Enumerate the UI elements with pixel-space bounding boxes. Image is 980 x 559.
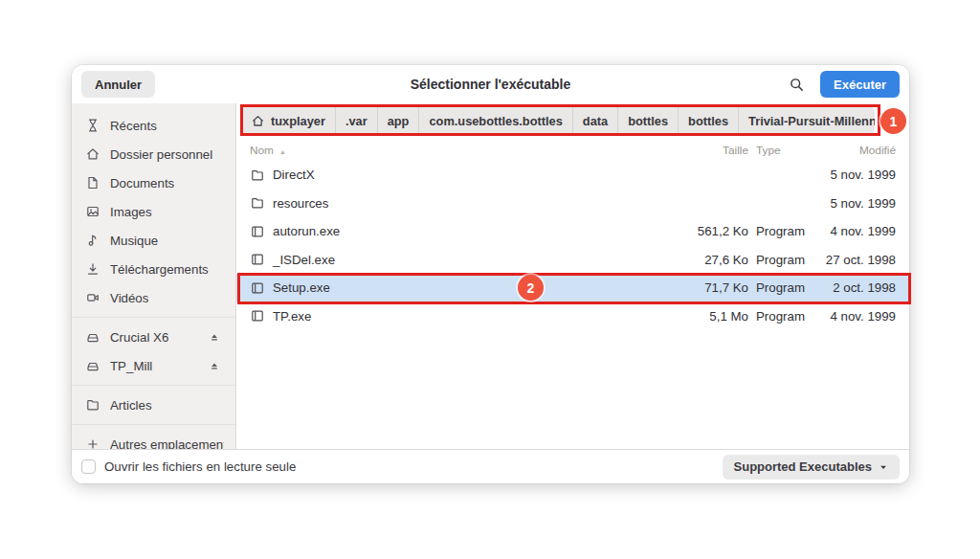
eject-button[interactable] bbox=[205, 358, 224, 374]
sidebar-separator bbox=[72, 317, 235, 318]
dialog-footer: Ouvrir les fichiers en lecture seule Sup… bbox=[72, 449, 909, 483]
file-name: TP.exe bbox=[273, 309, 311, 324]
sidebar-label: Images bbox=[110, 205, 152, 219]
download-icon bbox=[85, 261, 100, 277]
breadcrumb-label: bottles bbox=[628, 114, 668, 128]
eject-button[interactable] bbox=[205, 329, 224, 346]
sidebar-item-music[interactable]: Musique bbox=[72, 226, 235, 255]
file-type: Program bbox=[756, 280, 810, 295]
breadcrumb-label: data bbox=[583, 114, 608, 128]
sidebar-label: Musique bbox=[110, 234, 158, 248]
sidebar-label: Documents bbox=[110, 176, 174, 190]
sidebar-item-downloads[interactable]: Téléchargements bbox=[72, 255, 235, 283]
breadcrumb-label: .var bbox=[345, 114, 368, 128]
sidebar-item-documents[interactable]: Documents bbox=[72, 168, 235, 197]
music-icon bbox=[85, 233, 100, 248]
breadcrumb-item[interactable]: com.usebottles.bottles bbox=[419, 107, 572, 134]
column-header-type[interactable]: Type bbox=[756, 144, 810, 157]
filter-label: Supported Executables bbox=[734, 459, 872, 474]
file-size: 71,7 Ko bbox=[704, 280, 748, 295]
document-icon bbox=[85, 175, 100, 190]
dialog-title: Sélectionner l'exécutable bbox=[72, 77, 909, 92]
chevron-down-icon bbox=[879, 462, 888, 472]
file-name: DirectX bbox=[273, 168, 315, 182]
breadcrumb-item[interactable]: .var bbox=[336, 107, 378, 134]
sidebar-label: Téléchargements bbox=[110, 262, 209, 277]
file-modified: 2 oct. 1998 bbox=[833, 280, 896, 295]
readonly-checkbox[interactable] bbox=[81, 459, 96, 474]
file-modified: 5 nov. 1999 bbox=[830, 168, 896, 182]
file-modified: 4 nov. 1999 bbox=[830, 309, 896, 324]
eject-icon bbox=[207, 360, 222, 372]
file-type: Program bbox=[756, 253, 810, 267]
file-name: Setup.exe bbox=[273, 280, 330, 295]
file-rows: DirectX 5 nov. 1999 resources 5 nov. 199… bbox=[236, 161, 909, 330]
readonly-checkbox-row[interactable]: Ouvrir les fichiers en lecture seule bbox=[81, 459, 296, 474]
file-row-resources[interactable]: resources 5 nov. 1999 bbox=[236, 190, 909, 218]
image-icon bbox=[85, 204, 100, 219]
breadcrumb-item-home[interactable]: tuxplayer bbox=[241, 107, 336, 134]
breadcrumb-label: tuxplayer bbox=[271, 114, 325, 128]
column-header-name[interactable]: Nom▲ bbox=[250, 144, 664, 157]
home-icon bbox=[251, 114, 265, 128]
sidebar: Récents Dossier personnel Documents Imag… bbox=[72, 103, 236, 449]
file-modified: 5 nov. 1999 bbox=[830, 196, 896, 211]
sidebar-item-drive-crucial-x6[interactable]: Crucial X6 bbox=[72, 323, 235, 351]
file-row-directx[interactable]: DirectX 5 nov. 1999 bbox=[236, 161, 909, 190]
cancel-button[interactable]: Annuler bbox=[81, 71, 155, 98]
sort-ascending-icon: ▲ bbox=[279, 148, 286, 155]
sidebar-item-articles[interactable]: Articles bbox=[72, 391, 235, 419]
executable-icon bbox=[250, 252, 265, 267]
sidebar-item-drive-tp-mill[interactable]: TP_Mill bbox=[72, 351, 235, 380]
executable-icon bbox=[250, 280, 265, 296]
screenshot-stage: Annuler Sélectionner l'exécutable Exécut… bbox=[0, 0, 980, 559]
column-label: Nom bbox=[250, 144, 274, 157]
recent-icon bbox=[85, 118, 100, 133]
breadcrumb-label: app bbox=[388, 114, 410, 128]
execute-button[interactable]: Exécuter bbox=[820, 71, 900, 98]
plus-icon bbox=[85, 436, 100, 449]
dialog-header: Annuler Sélectionner l'exécutable Exécut… bbox=[72, 65, 909, 103]
sidebar-item-videos[interactable]: Vidéos bbox=[72, 283, 235, 312]
sidebar-label: Vidéos bbox=[110, 291, 148, 305]
drive-icon bbox=[85, 329, 100, 345]
breadcrumb-item[interactable]: bottles bbox=[618, 107, 679, 134]
file-name: autorun.exe bbox=[273, 224, 340, 238]
sidebar-separator bbox=[72, 385, 235, 386]
search-icon bbox=[789, 77, 805, 93]
sidebar-item-recents[interactable]: Récents bbox=[72, 111, 235, 140]
file-name: _ISDel.exe bbox=[273, 253, 335, 267]
breadcrumb-label: Trivial-Pursuit-Millennium bbox=[748, 114, 875, 128]
readonly-label: Ouvrir les fichiers en lecture seule bbox=[104, 459, 296, 474]
breadcrumb-item[interactable]: Trivial-Pursuit-Millennium bbox=[739, 107, 875, 134]
sidebar-item-images[interactable]: Images bbox=[72, 197, 235, 226]
breadcrumb-label: com.usebottles.bottles bbox=[429, 114, 562, 128]
home-icon bbox=[85, 146, 100, 162]
search-button[interactable] bbox=[787, 75, 807, 95]
file-row-isdel-exe[interactable]: _ISDel.exe 27,6 Ko Program 27 oct. 1998 bbox=[236, 246, 909, 275]
sidebar-item-home[interactable]: Dossier personnel bbox=[72, 140, 235, 168]
file-type: Program bbox=[756, 224, 810, 238]
file-filter-dropdown[interactable]: Supported Executables bbox=[723, 455, 900, 480]
column-header-modified[interactable]: Modifié bbox=[859, 144, 896, 157]
file-row-tp-exe[interactable]: TP.exe 5,1 Mo Program 4 nov. 1999 bbox=[236, 302, 909, 331]
file-size: 27,6 Ko bbox=[704, 253, 748, 267]
list-column-headers: Nom▲ Taille Type Modifié bbox=[236, 140, 909, 161]
column-header-size[interactable]: Taille bbox=[723, 144, 748, 157]
breadcrumb-label: bottles bbox=[688, 114, 728, 128]
file-chooser-dialog: Annuler Sélectionner l'exécutable Exécut… bbox=[72, 65, 909, 483]
sidebar-item-other-locations[interactable]: Autres emplacements bbox=[72, 430, 235, 449]
folder-icon bbox=[250, 195, 265, 211]
breadcrumb-item[interactable]: data bbox=[573, 107, 618, 134]
file-row-autorun-exe[interactable]: autorun.exe 561,2 Ko Program 4 nov. 1999 bbox=[236, 217, 909, 246]
file-row-setup-exe-selected[interactable]: Setup.exe 71,7 Ko Program 2 oct. 1998 bbox=[236, 274, 909, 302]
file-size: 5,1 Mo bbox=[709, 309, 748, 324]
folder-icon bbox=[85, 397, 100, 413]
folder-icon bbox=[250, 168, 265, 183]
sidebar-label: Autres emplacements bbox=[110, 437, 224, 450]
breadcrumb-item[interactable]: bottles bbox=[679, 107, 739, 134]
eject-icon bbox=[207, 331, 222, 344]
drive-icon bbox=[85, 358, 100, 373]
executable-icon bbox=[250, 224, 265, 239]
breadcrumb-item[interactable]: app bbox=[378, 107, 420, 134]
